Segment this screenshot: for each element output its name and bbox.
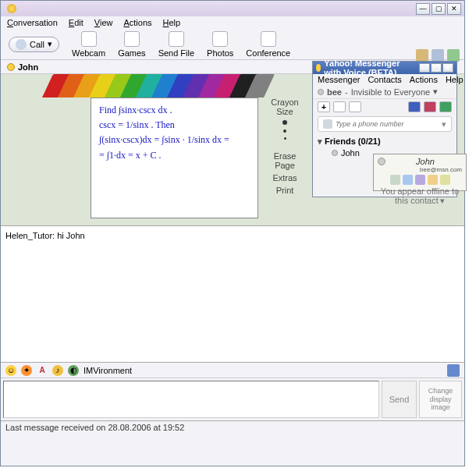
status-dot-icon xyxy=(318,89,324,95)
ym-app-icon xyxy=(316,64,321,72)
contact-card-status-text: You appear offline to this contact xyxy=(381,186,459,205)
im-icon[interactable] xyxy=(333,101,346,112)
call-button[interactable]: Call ▾ xyxy=(9,37,59,52)
dropdown-icon[interactable]: ▾ xyxy=(440,196,445,205)
tool-conference-label: Conference xyxy=(246,48,290,58)
ym-status-row[interactable]: bee - Invisible to Everyone ▾ xyxy=(313,85,456,99)
menu-view[interactable]: View xyxy=(94,18,113,27)
ym-titlebar: Yahoo! Messenger with Voice (BETA) — ▢ ✕ xyxy=(313,62,456,74)
phone-input[interactable] xyxy=(336,120,439,128)
ym-status-text: Invisible to Everyone xyxy=(351,87,431,97)
main-titlebar: — ▢ ✕ xyxy=(1,1,464,16)
call-label: Call xyxy=(30,40,44,49)
tool-conference[interactable]: Conference xyxy=(246,31,290,58)
ym-group-friends[interactable]: Friends (0/21) xyxy=(318,136,452,147)
calendar-icon[interactable] xyxy=(424,101,436,112)
tool-webcam[interactable]: Webcam xyxy=(72,31,105,58)
main-toolbar: Call ▾ Webcam Games Send File Photos Con… xyxy=(1,29,464,60)
ym-menu-contacts[interactable]: Contacts xyxy=(368,75,401,84)
photos-icon xyxy=(212,31,228,47)
size-dot-medium[interactable] xyxy=(283,129,286,133)
phone-icon xyxy=(16,39,27,50)
menu-help[interactable]: Help xyxy=(163,18,181,27)
math-line: ∫(sinx·cscx)dx = ∫sinx · 1/sinx dx = xyxy=(99,133,250,147)
audible-icon[interactable]: ♪ xyxy=(52,365,63,376)
contact-card-popup: John bee@msn.com You appear offline to t… xyxy=(373,154,467,191)
plugin-icon[interactable] xyxy=(447,49,460,62)
send-button[interactable]: Send xyxy=(382,381,417,418)
cc-im-icon[interactable] xyxy=(390,175,400,185)
display-image-button[interactable]: Change display image xyxy=(419,381,462,418)
cc-more-icon[interactable] xyxy=(440,175,450,185)
contact-card-name: John xyxy=(389,157,462,166)
size-dot-small[interactable] xyxy=(284,137,286,140)
games-icon xyxy=(124,31,140,47)
whiteboard-side-tools: Crayon Size Erase Page Extras Print xyxy=(265,98,304,196)
menu-actions[interactable]: Actions xyxy=(123,18,151,27)
chat-text: hi John xyxy=(57,231,84,240)
close-button[interactable]: ✕ xyxy=(447,3,461,15)
chat-message: Helen_Tutor: hi John xyxy=(5,231,460,240)
ym-toolbar: + xyxy=(313,99,456,115)
tool-sendfile[interactable]: Send File xyxy=(158,31,194,58)
radio-icon[interactable] xyxy=(439,101,452,112)
titlebar-left xyxy=(4,4,414,13)
dropdown-icon: ▾ xyxy=(48,39,52,49)
message-input[interactable] xyxy=(3,381,379,418)
app-icon xyxy=(7,4,16,13)
menu-edit[interactable]: Edit xyxy=(69,18,83,27)
contact-card-email: bee@msn.com xyxy=(378,166,462,173)
cc-sms-icon[interactable] xyxy=(415,175,425,185)
imv-icon[interactable]: ◐ xyxy=(68,365,79,376)
tool-games[interactable]: Games xyxy=(118,31,145,58)
ym-menu-actions[interactable]: Actions xyxy=(410,75,438,84)
ym-close-button[interactable]: ✕ xyxy=(442,63,453,73)
chat-sender: Helen_Tutor: xyxy=(5,231,55,240)
input-area: Send Change display image xyxy=(1,378,464,421)
whiteboard-canvas[interactable]: Find ∫sinx·cscx dx . cscx = 1/sinx . The… xyxy=(91,98,258,218)
cc-mail-icon[interactable] xyxy=(428,175,438,185)
crayon-size-button[interactable]: Crayon Size xyxy=(265,98,304,116)
print-button[interactable]: Print xyxy=(276,186,294,195)
ym-phone-row: ▾ xyxy=(318,116,452,132)
status-text: Last message received on 28.08.2006 at 1… xyxy=(5,423,184,432)
chat-history[interactable]: Helen_Tutor: hi John xyxy=(1,226,464,363)
tab-label[interactable]: John xyxy=(18,62,38,72)
crayon-palette xyxy=(48,74,266,98)
main-menubar: Conversation Edit View Actions Help xyxy=(1,16,464,29)
math-line: Find ∫sinx·cscx dx . xyxy=(99,103,250,118)
menu-conversation[interactable]: Conversation xyxy=(7,18,58,27)
cc-call-icon[interactable] xyxy=(403,175,413,185)
tool-games-label: Games xyxy=(118,48,145,58)
buzz-icon[interactable]: ✦ xyxy=(21,365,32,376)
math-line: = ∫1·dx = x + C . xyxy=(99,148,250,163)
ym-menu-messenger[interactable]: Messenger xyxy=(318,75,360,84)
imvironment-label[interactable]: IMVironment xyxy=(83,366,132,375)
ym-menu-help[interactable]: Help xyxy=(446,75,464,84)
user-badge-icon[interactable] xyxy=(447,364,460,377)
contact-card-status: You appear offline to this contact ▾ xyxy=(378,186,462,206)
status-bar: Last message received on 28.08.2006 at 1… xyxy=(1,421,464,434)
contact-name: John xyxy=(341,148,360,158)
tool-sendfile-label: Send File xyxy=(158,48,194,58)
ym-menubar: Messenger Contacts Actions Help xyxy=(313,74,456,85)
sms-icon[interactable] xyxy=(349,101,361,112)
mail-icon[interactable] xyxy=(408,101,421,112)
extras-button[interactable]: Extras xyxy=(272,173,297,183)
sendfile-icon xyxy=(169,31,184,47)
phone-dropdown-icon[interactable]: ▾ xyxy=(442,119,446,129)
maximize-button[interactable]: ▢ xyxy=(432,3,446,15)
erase-page-button[interactable]: Erase Page xyxy=(265,151,304,170)
font-icon[interactable]: A xyxy=(37,365,48,376)
ym-minimize-button[interactable]: — xyxy=(419,63,430,73)
webcam-icon xyxy=(81,31,97,47)
minimize-button[interactable]: — xyxy=(416,3,430,15)
phone-icon xyxy=(323,119,332,129)
add-contact-icon[interactable]: + xyxy=(318,101,330,112)
tool-photos[interactable]: Photos xyxy=(207,31,233,58)
smiley-icon[interactable]: ☺ xyxy=(5,365,16,376)
toolbar-icons-right xyxy=(416,49,460,62)
size-dot-large[interactable] xyxy=(282,120,287,125)
ym-maximize-button[interactable]: ▢ xyxy=(431,63,442,73)
voicemail-icon[interactable] xyxy=(432,49,444,62)
